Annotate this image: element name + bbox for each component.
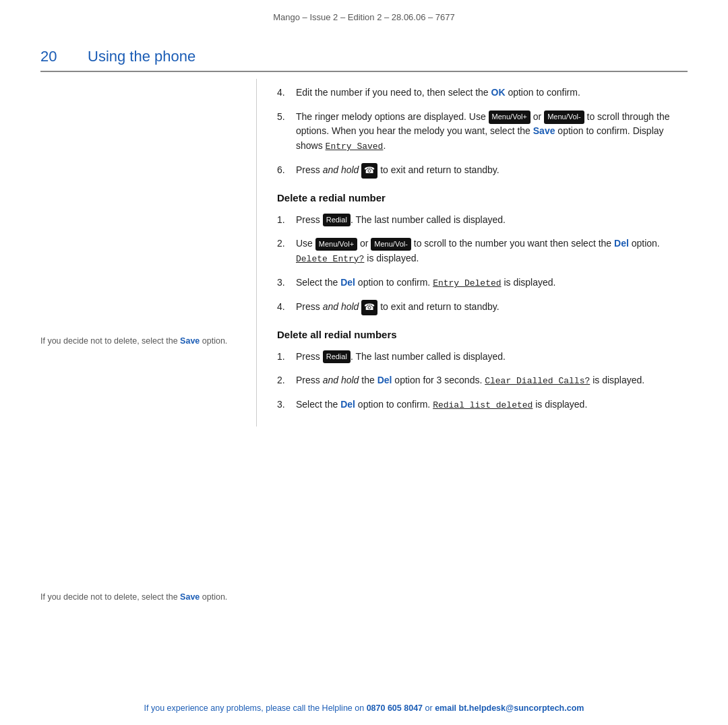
chapter-header: 20 Using the phone bbox=[40, 29, 688, 72]
section3-heading: Delete all redial numbers bbox=[277, 329, 688, 340]
step-2-4: Press and hold ☎ to exit and return to s… bbox=[277, 300, 688, 315]
section3-steps: Press Redial. The last number called is … bbox=[277, 350, 688, 413]
main-layout: 20 Using the phone If you decide not to … bbox=[0, 29, 728, 427]
menuvol-minus-btn: Menu/Vol- bbox=[544, 111, 584, 123]
main-content: Edit the number if you need to, then sel… bbox=[257, 79, 688, 427]
page-header: Mango – Issue 2 – Edition 2 – 28.06.06 –… bbox=[0, 0, 728, 29]
step-3-3: Select the Del option to confirm. Redial… bbox=[277, 398, 688, 412]
sidebar: If you decide not to delete, select the … bbox=[40, 79, 256, 427]
phone-icon-2: ☎ bbox=[361, 300, 377, 315]
section1-steps: Edit the number if you need to, then sel… bbox=[277, 86, 688, 179]
menuvol-minus-btn-2: Menu/Vol- bbox=[371, 238, 411, 251]
header-text: Mango – Issue 2 – Edition 2 – 28.06.06 –… bbox=[273, 12, 455, 22]
step-3-1: Press Redial. The last number called is … bbox=[277, 350, 688, 365]
sidebar-note-2: If you decide not to delete, select the … bbox=[40, 591, 229, 604]
section2-steps: Press Redial. The last number called is … bbox=[277, 213, 688, 315]
phone-icon: ☎ bbox=[361, 163, 377, 178]
sidebar-note-1: If you decide not to delete, select the … bbox=[40, 335, 229, 348]
step-4: Edit the number if you need to, then sel… bbox=[277, 86, 688, 100]
redial-btn-2: Redial bbox=[323, 350, 351, 363]
step-3-2: Press and hold the Del option for 3 seco… bbox=[277, 373, 688, 388]
step-2-1: Press Redial. The last number called is … bbox=[277, 213, 688, 228]
section2-heading: Delete a redial number bbox=[277, 192, 688, 203]
footer-email: email bt.helpdesk@suncorptech.com bbox=[435, 703, 584, 713]
step-5: The ringer melody options are displayed.… bbox=[277, 110, 688, 154]
step-6: Press and hold ☎ to exit and return to s… bbox=[277, 163, 688, 178]
page-footer: If you experience any problems, please c… bbox=[0, 703, 728, 713]
step-2-2: Use Menu/Vol+ or Menu/Vol- to scroll to … bbox=[277, 237, 688, 266]
chapter-title: Using the phone bbox=[88, 48, 195, 65]
chapter-number: 20 bbox=[40, 48, 67, 65]
menuvol-plus-btn-2: Menu/Vol+ bbox=[315, 238, 357, 251]
redial-btn-1: Redial bbox=[323, 214, 351, 226]
footer-phone: 0870 605 8047 bbox=[367, 703, 423, 713]
footer-text: If you experience any problems, please c… bbox=[144, 703, 584, 713]
content-area: If you decide not to delete, select the … bbox=[40, 79, 688, 427]
menuvol-plus-btn: Menu/Vol+ bbox=[489, 111, 530, 123]
step-2-3: Select the Del option to confirm. Entry … bbox=[277, 276, 688, 290]
